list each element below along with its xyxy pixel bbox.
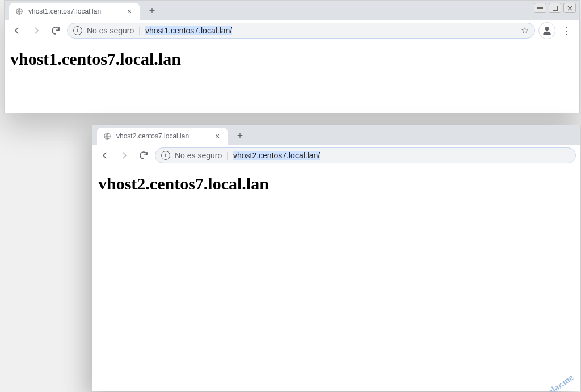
url-text: vhost2.centos7.local.lan/ bbox=[233, 151, 320, 160]
browser-window-1: vhost1.centos7.local.lan × + i N bbox=[4, 0, 580, 113]
security-label: No es seguro bbox=[87, 26, 134, 35]
page-heading: vhost2.centos7.local.lan bbox=[98, 174, 575, 193]
tab-title: vhost1.centos7.local.lan bbox=[28, 7, 120, 15]
reload-button[interactable] bbox=[136, 147, 151, 163]
tab-title: vhost2.centos7.local.lan bbox=[116, 132, 208, 140]
window-controls bbox=[534, 3, 576, 13]
bookmark-star-icon[interactable]: ☆ bbox=[521, 25, 529, 36]
close-tab-icon[interactable]: × bbox=[213, 132, 222, 141]
toolbar: i No es seguro | vhost1.centos7.local.la… bbox=[5, 20, 579, 41]
close-tab-icon[interactable]: × bbox=[125, 7, 134, 16]
minimize-button[interactable] bbox=[534, 3, 546, 13]
address-bar[interactable]: i No es seguro | vhost2.centos7.local.la… bbox=[155, 147, 576, 163]
page-content: vhost1.centos7.local.lan bbox=[5, 41, 579, 113]
back-button[interactable] bbox=[97, 147, 113, 163]
browser-window-2: vhost2.centos7.local.lan × + i No es seg… bbox=[92, 125, 581, 391]
tab-strip: vhost1.centos7.local.lan × + bbox=[5, 1, 579, 20]
url-text: vhost1.centos7.local.lan/ bbox=[145, 26, 232, 35]
security-label: No es seguro bbox=[175, 151, 222, 160]
svg-point-3 bbox=[545, 27, 549, 31]
maximize-button[interactable] bbox=[549, 3, 561, 13]
tab-strip: vhost2.centos7.local.lan × + bbox=[92, 125, 580, 145]
forward-button[interactable] bbox=[116, 147, 132, 163]
close-window-button[interactable] bbox=[563, 3, 576, 13]
menu-button[interactable]: ⋮ bbox=[559, 23, 575, 39]
page-content: vhost2.centos7.local.lan bbox=[92, 166, 580, 391]
forward-button[interactable] bbox=[28, 23, 44, 39]
globe-icon bbox=[15, 7, 24, 16]
new-tab-button[interactable]: + bbox=[232, 128, 248, 144]
separator: | bbox=[138, 26, 141, 35]
browser-tab[interactable]: vhost1.centos7.local.lan × bbox=[9, 3, 140, 20]
back-button[interactable] bbox=[9, 23, 25, 39]
svg-rect-1 bbox=[537, 7, 543, 9]
info-icon[interactable]: i bbox=[161, 151, 170, 160]
separator: | bbox=[226, 151, 229, 160]
globe-icon bbox=[103, 132, 112, 141]
info-icon[interactable]: i bbox=[73, 26, 82, 35]
reload-button[interactable] bbox=[48, 23, 64, 39]
page-heading: vhost1.centos7.local.lan bbox=[10, 49, 574, 69]
browser-tab[interactable]: vhost2.centos7.local.lan × bbox=[97, 128, 228, 145]
toolbar: i No es seguro | vhost2.centos7.local.la… bbox=[92, 145, 580, 166]
svg-rect-2 bbox=[553, 6, 557, 10]
new-tab-button[interactable]: + bbox=[144, 3, 160, 19]
profile-button[interactable] bbox=[538, 22, 555, 39]
address-bar[interactable]: i No es seguro | vhost1.centos7.local.la… bbox=[67, 23, 535, 39]
